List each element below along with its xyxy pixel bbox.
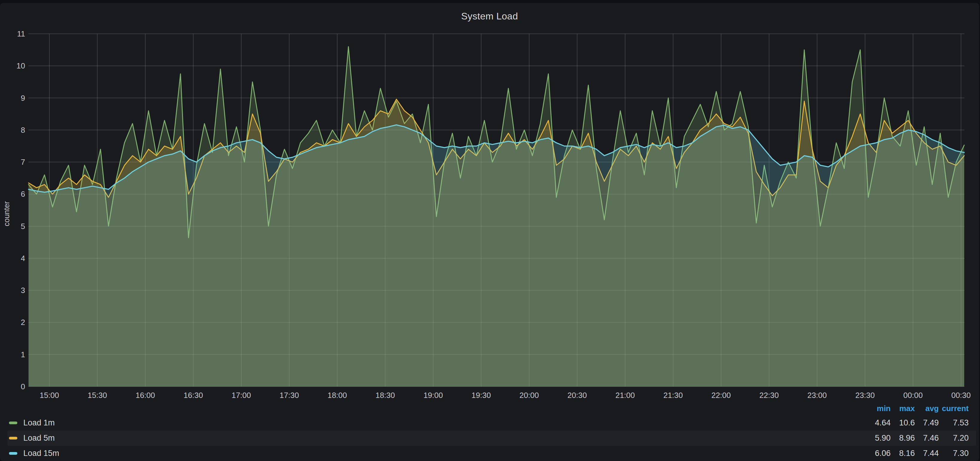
legend-stats-header: min max avg current (9, 402, 969, 415)
graph-panel: System Load 0123456789101115:0015:3016:0… (0, 3, 979, 461)
area-load-15m (29, 125, 964, 386)
series-name-load-1m[interactable]: Load 1m (23, 418, 55, 428)
x-tick-label: 15:00 (40, 391, 59, 400)
series-name-load-15m[interactable]: Load 15m (23, 449, 59, 458)
y-tick-label: 0 (21, 382, 25, 391)
series-name-load-5m[interactable]: Load 5m (23, 434, 55, 443)
legend: min max avg current Load 1m 4.64 10.6 7.… (0, 402, 979, 461)
series-color-swatch-load-5m (9, 437, 18, 439)
stat-min-load-1m: 4.64 (864, 418, 891, 428)
x-tick-label: 00:30 (951, 391, 971, 400)
y-tick-label: 2 (21, 318, 25, 327)
x-tick-label: 19:30 (471, 391, 491, 400)
stat-max-load-1m: 10.6 (891, 418, 915, 428)
stat-max-load-15m: 8.16 (891, 449, 915, 458)
stat-avg-load-5m: 7.46 (915, 434, 939, 443)
x-tick-label: 21:30 (663, 391, 683, 400)
series-color-swatch-load-1m (9, 421, 18, 424)
x-tick-label: 23:30 (855, 391, 875, 400)
x-tick-label: 20:00 (519, 391, 539, 400)
x-tick-label: 17:30 (280, 391, 299, 400)
stat-avg-load-1m: 7.49 (915, 418, 939, 428)
legend-header-avg[interactable]: avg (915, 404, 939, 413)
x-tick-label: 16:30 (184, 391, 203, 400)
x-tick-label: 19:00 (423, 391, 443, 400)
x-tick-label: 18:30 (375, 391, 395, 400)
y-tick-label: 11 (17, 29, 25, 38)
legend-series-load-5m[interactable]: Load 5m (9, 434, 864, 443)
legend-row-load-15m: Load 15m 6.06 8.16 7.44 7.30 (9, 446, 969, 461)
legend-series-load-15m[interactable]: Load 15m (9, 449, 864, 458)
x-tick-label: 17:00 (231, 391, 251, 400)
y-tick-label: 10 (16, 61, 25, 70)
stat-min-load-15m: 6.06 (864, 449, 891, 458)
x-tick-label: 23:00 (807, 391, 827, 400)
legend-row-load-1m: Load 1m 4.64 10.6 7.49 7.53 (9, 415, 969, 431)
legend-series-load-1m[interactable]: Load 1m (9, 418, 864, 428)
x-tick-label: 00:00 (903, 391, 923, 400)
y-tick-label: 9 (21, 94, 25, 103)
x-tick-label: 15:30 (88, 391, 107, 400)
y-tick-label: 6 (21, 189, 25, 199)
time-series-graph[interactable]: 0123456789101115:0015:3016:0016:3017:001… (0, 0, 980, 461)
x-tick-label: 18:00 (328, 391, 347, 400)
stat-current-load-1m: 7.53 (939, 418, 969, 428)
x-tick-label: 16:00 (135, 391, 155, 400)
legend-header-max[interactable]: max (891, 404, 915, 413)
y-tick-label: 1 (21, 350, 25, 359)
stat-min-load-5m: 5.90 (864, 434, 891, 443)
y-tick-label: 7 (21, 157, 25, 167)
x-tick-label: 20:30 (568, 391, 587, 400)
stat-avg-load-15m: 7.44 (915, 449, 939, 458)
series (29, 47, 964, 386)
series-color-swatch-load-15m (9, 452, 18, 455)
y-tick-label: 5 (21, 222, 25, 231)
y-axis-title: counter (2, 201, 11, 226)
legend-row-load-5m: Load 5m 5.90 8.96 7.46 7.20 (8, 431, 976, 446)
x-tick-label: 22:00 (711, 391, 731, 400)
y-tick-label: 8 (21, 126, 25, 135)
stat-current-load-5m: 7.20 (939, 434, 969, 443)
x-tick-label: 22:30 (759, 391, 779, 400)
x-tick-label: 21:00 (615, 391, 635, 400)
stat-max-load-5m: 8.96 (891, 434, 915, 443)
legend-header-current[interactable]: current (939, 404, 969, 413)
y-tick-label: 3 (21, 286, 25, 295)
legend-header-min[interactable]: min (864, 404, 891, 413)
y-tick-label: 4 (21, 254, 25, 263)
stat-current-load-15m: 7.30 (939, 449, 969, 458)
